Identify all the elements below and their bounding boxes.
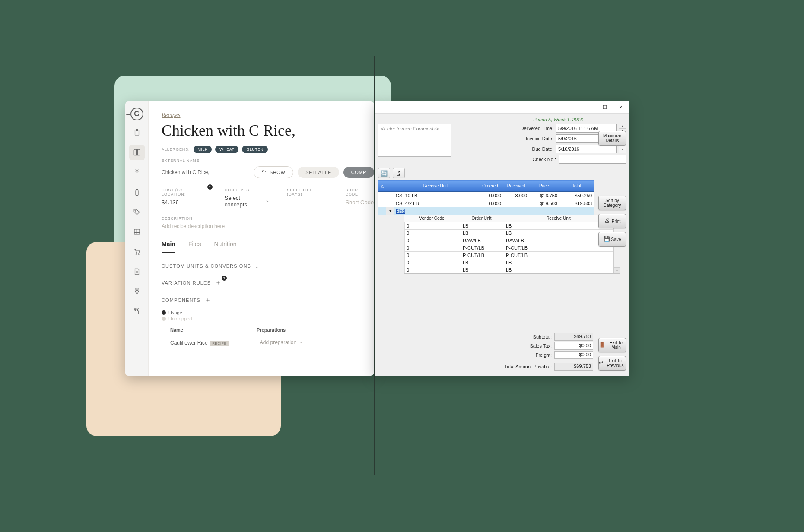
nav-location-icon[interactable] xyxy=(129,284,145,299)
add-preparation[interactable]: Add preparation xyxy=(260,339,303,345)
usage-radio[interactable] xyxy=(162,310,166,315)
printer-icon: 🖨 xyxy=(604,218,610,224)
subgrid-row[interactable]: 0P-CUT/LBP-CUT/LB xyxy=(405,252,620,259)
tag-icon xyxy=(262,170,267,175)
sales-tax-input[interactable]: $0.00 xyxy=(554,342,593,350)
breadcrumb[interactable]: Recipes xyxy=(162,112,181,118)
custom-units-section[interactable]: CUSTOM UNITS & CONVERSIONS ↓ xyxy=(162,263,374,269)
invoice-comments-input[interactable]: <Enter Invoice Comments> xyxy=(378,124,451,157)
scroll-down-icon[interactable]: ▾ xyxy=(614,267,620,273)
col-ordered[interactable]: Ordered xyxy=(477,180,503,192)
period-label: Period 5, Week 1, 2016 xyxy=(378,114,626,124)
table-row[interactable]: CS=10 LB 0.000 3.000 $16.750 $50.250 xyxy=(378,192,594,200)
freight-input[interactable]: $0.00 xyxy=(554,351,593,359)
exit-to-previous-button[interactable]: ↩Exit To Previous xyxy=(598,356,626,370)
nav-clipboard-icon[interactable] xyxy=(129,125,145,140)
nav-cart-icon[interactable] xyxy=(129,244,145,260)
allergen-milk[interactable]: MILK xyxy=(194,146,212,153)
titlebar: — ☐ ✕ xyxy=(375,101,629,114)
maximize-button[interactable]: ☐ xyxy=(597,103,612,112)
print-tool-icon[interactable]: 🖨 xyxy=(393,168,405,178)
svg-point-2 xyxy=(135,210,136,211)
nav-bottle-icon[interactable] xyxy=(129,184,145,200)
subgrid-row[interactable]: 0LBLB xyxy=(405,259,620,266)
save-button[interactable]: 💾Save xyxy=(598,232,626,247)
freight-label: Freight: xyxy=(536,352,552,358)
close-button[interactable]: ✕ xyxy=(613,103,628,112)
subgrid: 0LBLB0LBLB0RAW/LBRAW/LB0P-CUT/LBP-CUT/LB… xyxy=(404,222,620,274)
sidebar: G xyxy=(125,101,149,376)
exit-to-main-button[interactable]: 🚪Exit To Main xyxy=(598,338,626,352)
col-total[interactable]: Total xyxy=(559,180,594,192)
invoice-app-window: — ☐ ✕ Period 5, Week 1, 2016 <Enter Invo… xyxy=(375,101,629,376)
due-date-input[interactable]: 5/16/2016 xyxy=(556,145,617,153)
components-section[interactable]: COMPONENTS ＋ xyxy=(162,296,374,304)
minimize-button[interactable]: — xyxy=(582,103,597,112)
nav-dining-icon[interactable] xyxy=(129,304,145,319)
tab-nutrition[interactable]: Nutrition xyxy=(214,241,236,253)
refresh-icon[interactable]: 🔄 xyxy=(378,168,390,178)
short-code-input[interactable]: Short Code xyxy=(345,199,374,206)
description-label: DESCRIPTION xyxy=(162,216,374,221)
col-price[interactable]: Price xyxy=(529,180,559,192)
subgrid-row[interactable]: 0LBLB xyxy=(405,222,620,230)
find-link[interactable]: Find xyxy=(396,209,405,214)
description-input[interactable]: Add recipe description here xyxy=(162,223,374,229)
recipe-app-window: G Recipes Chicken with C Rice, ALLERGENS… xyxy=(125,101,374,376)
variation-rules-section[interactable]: VARIATION RULES ＋ xyxy=(162,279,222,287)
back-icon: ↩ xyxy=(599,360,603,366)
nav-tag-icon[interactable] xyxy=(129,204,145,220)
cost-label: COST (BY LOCATION) xyxy=(162,188,207,196)
subgrid-row[interactable]: 0P-CUT/LBP-CUT/LB xyxy=(405,274,620,274)
show-button[interactable]: SHOW xyxy=(254,166,293,178)
print-button[interactable]: 🖨Print xyxy=(598,214,626,228)
subtotal-value: $69.753 xyxy=(554,333,593,341)
col-name: Name xyxy=(170,327,183,332)
chevron-down-icon xyxy=(299,340,303,345)
plus-icon: ＋ xyxy=(215,279,222,287)
tab-files[interactable]: Files xyxy=(188,241,201,253)
component-link[interactable]: Cauliflower Rice xyxy=(170,340,208,346)
external-name-label: EXTERNAL NAME xyxy=(162,158,374,163)
sort-by-category-button[interactable]: Sort by Category xyxy=(598,196,626,210)
find-row[interactable]: ▾ Find xyxy=(378,207,594,215)
sellable-button[interactable]: SELLABLE xyxy=(298,167,339,178)
arrow-down-icon: ↓ xyxy=(255,263,259,269)
table-row[interactable]: CS=4/2 LB 0.000 $19.503 $19.503 xyxy=(378,200,594,207)
nav-list-icon[interactable] xyxy=(129,224,145,240)
nav-grain-icon[interactable] xyxy=(129,165,145,180)
subgrid-row[interactable]: 0LBLB xyxy=(405,230,620,237)
tab-main[interactable]: Main xyxy=(162,241,175,253)
nav-document-icon[interactable] xyxy=(129,264,145,279)
check-no-input[interactable] xyxy=(559,155,626,164)
col-vendor-code[interactable]: Vendor Code xyxy=(404,215,460,222)
subgrid-row[interactable]: 0P-CUT/LBP-CUT/LB xyxy=(405,244,620,252)
allergen-wheat[interactable]: WHEAT xyxy=(215,146,238,153)
nav-book-icon[interactable] xyxy=(129,145,145,160)
unprepped-radio[interactable] xyxy=(162,317,166,321)
total-payable-label: Total Amount Payable: xyxy=(505,364,552,369)
chevron-down-icon xyxy=(266,199,270,203)
col-receive-unit[interactable]: Receive Unit xyxy=(394,180,477,192)
tabs: Main Files Nutrition xyxy=(162,241,374,253)
col-blank xyxy=(386,180,394,192)
concepts-label: CONCEPTS xyxy=(225,188,270,192)
due-date-label: Due Date: xyxy=(510,146,553,152)
comp-button[interactable]: COMP xyxy=(343,167,374,178)
col-triangle[interactable]: △ xyxy=(378,180,386,192)
subgrid-row[interactable]: 0RAW/LBRAW/LB xyxy=(405,237,620,244)
external-name-value: Chicken with C Rice, xyxy=(162,169,210,175)
allergen-gluten[interactable]: GLUTEN xyxy=(242,146,267,153)
short-code-label: SHORT CODE xyxy=(345,188,374,196)
maximize-details-button[interactable]: Maximize Details xyxy=(598,131,626,146)
svg-rect-3 xyxy=(134,229,140,234)
concepts-select[interactable]: Select concepts xyxy=(225,195,270,208)
col-order-unit[interactable]: Order Unit xyxy=(460,215,503,222)
shelf-life-value: --- xyxy=(287,199,328,206)
col-received[interactable]: Received xyxy=(503,180,529,192)
col-receive-unit-2[interactable]: Receive Unit xyxy=(503,215,614,222)
vertical-divider xyxy=(374,56,375,475)
subgrid-row[interactable]: 0LBLB xyxy=(405,266,620,274)
due-date-dropdown[interactable]: ▾ xyxy=(619,145,626,153)
total-payable-value: $69.753 xyxy=(554,363,593,370)
